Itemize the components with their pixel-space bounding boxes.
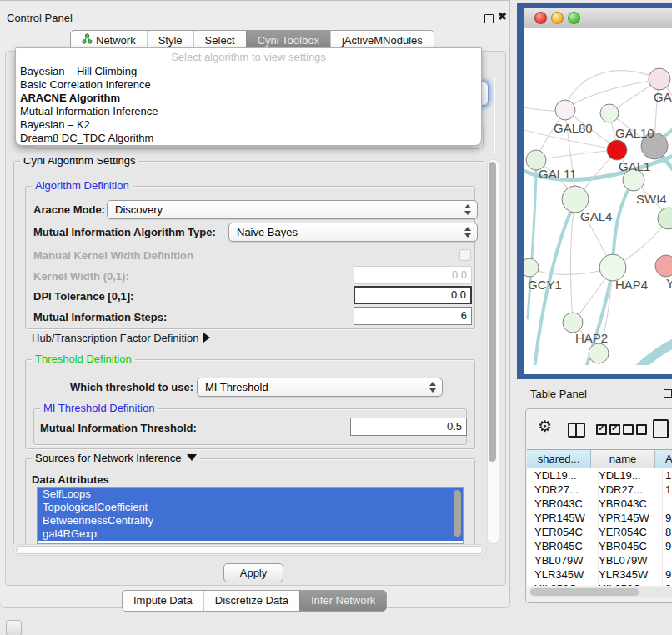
table-row[interactable]: YDL19...YDL19...13 <box>527 468 672 482</box>
unchecked-box-icon[interactable] <box>636 424 647 435</box>
zoom-traffic-light[interactable] <box>568 12 580 24</box>
table-cell[interactable]: YER054C <box>591 525 663 539</box>
hub-section-toggle[interactable]: Hub/Transcription Factor Definition <box>32 332 210 344</box>
table-cell[interactable]: YPR145W <box>527 511 599 525</box>
table-horizontal-scrollbar[interactable] <box>529 588 672 597</box>
network-edge[interactable] <box>570 199 575 320</box>
network-node[interactable] <box>524 258 539 277</box>
table-cell[interactable]: YLR345W <box>591 568 663 582</box>
network-window-titlebar[interactable] <box>524 8 672 28</box>
network-node[interactable] <box>655 255 672 277</box>
algorithm-option[interactable]: Dream8 DC_TDC Algorithm <box>16 132 481 145</box>
network-canvas[interactable]: GALGAL80GAL10GAL1GAL11SWI4GAL4GCY1HAP4YH… <box>524 28 672 365</box>
network-node[interactable] <box>600 104 619 122</box>
table-cell[interactable]: 8. <box>655 525 672 539</box>
aracne-mode-combobox[interactable]: Discovery <box>107 200 478 219</box>
apply-button[interactable]: Apply <box>223 563 283 582</box>
table-cell[interactable]: 9. <box>655 539 672 553</box>
kernel-width-field[interactable]: 0.0 <box>354 266 472 284</box>
network-edge[interactable] <box>639 338 672 365</box>
mi-threshold-field[interactable]: 0.5 <box>350 418 467 436</box>
table-cell[interactable]: YDL19... <box>591 468 663 482</box>
column-header-shared-name[interactable]: shared... <box>527 450 591 468</box>
table-panel-float-icon[interactable] <box>664 389 672 398</box>
network-edge[interactable] <box>567 79 659 108</box>
data-attribute-item[interactable]: SelfLoops <box>38 488 463 501</box>
sources-group-toggle[interactable]: Sources for Network Inference <box>32 452 200 465</box>
network-edge[interactable] <box>536 150 614 160</box>
tab-infer-network[interactable]: Infer Network <box>299 591 386 611</box>
checked-box-icon[interactable] <box>596 424 607 435</box>
close-traffic-light[interactable] <box>534 12 547 24</box>
table-cell[interactable]: YIL052C <box>527 582 599 586</box>
table-cell[interactable]: YLR345W <box>527 568 599 582</box>
network-node[interactable] <box>563 312 583 332</box>
settings-vertical-scrollbar[interactable] <box>487 159 499 544</box>
table-cell[interactable]: YER054C <box>527 525 599 539</box>
table-cell[interactable]: YBR043C <box>527 497 599 511</box>
table-cell[interactable]: YBR045C <box>527 539 599 553</box>
settings-horizontal-scrollbar[interactable] <box>13 544 487 556</box>
network-node[interactable] <box>555 100 575 120</box>
file-icon[interactable] <box>653 419 669 438</box>
table-row[interactable]: YBR045CYBR045C9. <box>527 539 672 553</box>
scrollbar-thumb[interactable] <box>530 588 639 596</box>
table-row[interactable]: YER054CYER054C8. <box>527 525 672 539</box>
table-cell[interactable]: YBL079W <box>527 553 599 568</box>
manual-kernel-checkbox[interactable] <box>459 249 471 261</box>
list-scrollbar-thumb[interactable] <box>454 490 461 537</box>
table-cell[interactable]: 9. <box>655 511 672 525</box>
table-row[interactable]: YIL052CYIL052C9 <box>527 582 672 586</box>
minimize-traffic-light[interactable] <box>551 12 564 24</box>
table-cell[interactable]: YBR045C <box>591 539 663 553</box>
table-cell[interactable]: YBR043C <box>591 497 663 511</box>
table-cell[interactable]: 13 <box>655 468 672 482</box>
table-cell[interactable]: 9 <box>655 582 672 586</box>
data-attribute-item[interactable]: BetweennessCentrality <box>38 514 463 528</box>
column-layout-icon[interactable] <box>568 422 585 438</box>
table-row[interactable]: YBL079WYBL079W <box>527 553 672 568</box>
gear-icon[interactable]: ⚙ <box>538 417 552 436</box>
tab-impute-data[interactable]: Impute Data <box>123 591 203 611</box>
table-cell[interactable] <box>655 497 672 511</box>
float-window-icon[interactable] <box>484 14 494 23</box>
table-row[interactable]: YBR043CYBR043C <box>527 497 672 511</box>
table-cell[interactable]: 9. <box>655 568 672 582</box>
mi-type-combobox[interactable]: Naive Bayes <box>228 222 478 242</box>
algorithm-option[interactable]: Mutual Information Inference <box>16 105 481 118</box>
network-edge[interactable] <box>528 163 536 318</box>
table-cell[interactable]: YIL052C <box>591 582 663 586</box>
network-node[interactable] <box>607 140 627 160</box>
algorithm-option[interactable]: Bayesian – K2 <box>16 118 481 132</box>
table-cell[interactable] <box>655 553 672 568</box>
scrollbar-thumb[interactable] <box>489 162 496 462</box>
table-cell[interactable]: YBL079W <box>591 553 663 568</box>
which-threshold-combobox[interactable]: MI Threshold <box>197 378 443 397</box>
mi-steps-field[interactable]: 6 <box>354 307 472 325</box>
table-row[interactable]: YDR27...YDR27...12 <box>527 482 672 497</box>
checked-box-icon[interactable] <box>609 424 620 435</box>
network-node[interactable] <box>649 68 670 90</box>
algorithm-option[interactable]: ARACNE Algorithm <box>16 92 481 105</box>
table-row[interactable]: YPR145WYPR145W9. <box>527 511 672 525</box>
table-cell[interactable]: YDR27... <box>591 482 663 497</box>
network-node[interactable] <box>589 343 609 363</box>
data-attribute-item[interactable]: TopologicalCoefficient <box>38 501 463 514</box>
column-header-a[interactable]: A <box>655 450 672 468</box>
algorithm-option[interactable]: Bayesian – Hill Climbing <box>16 65 481 78</box>
tab-discretize-data[interactable]: Discretize Data <box>203 591 299 611</box>
data-attribute-item[interactable]: gal4RGexp <box>38 528 463 541</box>
column-header-name[interactable]: name <box>591 450 655 468</box>
table-cell[interactable]: YDL19... <box>527 468 599 482</box>
unchecked-box-icon[interactable] <box>623 424 634 435</box>
scrollbar-thumb[interactable] <box>16 546 483 554</box>
minimized-panel-icon[interactable] <box>6 620 22 635</box>
close-icon[interactable]: ✖ <box>498 10 507 22</box>
table-row[interactable]: YLR345WYLR345W9. <box>527 568 672 582</box>
table-cell[interactable]: YPR145W <box>591 511 663 525</box>
algorithm-option[interactable]: Basic Correlation Inference <box>16 78 481 92</box>
table-cell[interactable]: 12 <box>655 482 672 497</box>
network-node[interactable] <box>658 208 672 229</box>
table-cell[interactable]: YDR27... <box>527 482 599 497</box>
dpi-tolerance-field[interactable]: 0.0 <box>354 286 472 304</box>
